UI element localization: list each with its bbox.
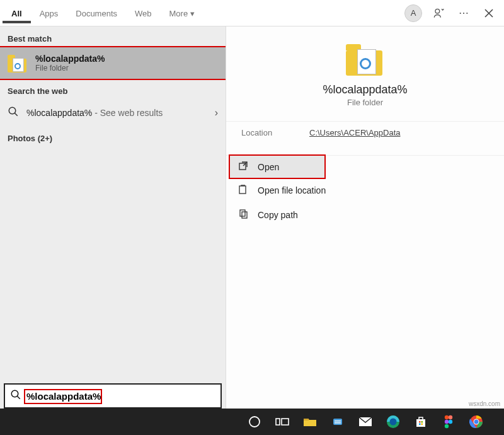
search-icon <box>10 389 21 403</box>
tab-apps[interactable]: Apps <box>31 3 67 23</box>
chrome-icon[interactable] <box>469 414 484 429</box>
web-result-item[interactable]: %localappdata% - See web results › <box>0 100 226 126</box>
cortana-icon[interactable] <box>247 414 262 429</box>
mail-icon[interactable] <box>358 414 373 429</box>
tab-all[interactable]: All <box>3 3 31 23</box>
action-open-location-label: Open file location <box>258 185 326 195</box>
chevron-down-icon: ▾ <box>190 9 195 18</box>
search-input[interactable] <box>26 391 215 402</box>
avatar-initial: A <box>404 4 422 22</box>
tab-more[interactable]: More ▾ <box>161 3 203 23</box>
web-result-suffix: - See web results <box>92 108 163 118</box>
best-match-heading: Best match <box>0 26 226 47</box>
svg-point-29 <box>445 420 449 424</box>
svg-rect-7 <box>240 210 245 216</box>
action-open-label: Open <box>258 162 279 172</box>
svg-rect-8 <box>242 212 247 218</box>
folder-outline-icon <box>238 184 249 196</box>
action-copy-path-label: Copy path <box>258 210 298 220</box>
svg-rect-22 <box>416 419 425 427</box>
feedback-icon[interactable] <box>427 2 450 25</box>
more-options-icon[interactable]: ⋯ <box>452 2 475 25</box>
search-icon <box>8 106 19 120</box>
svg-rect-12 <box>276 419 280 425</box>
preview-subtitle: File folder <box>226 98 504 107</box>
folder-icon <box>346 42 385 76</box>
svg-rect-17 <box>335 422 341 424</box>
edge-icon[interactable] <box>386 414 401 429</box>
store-icon[interactable] <box>413 414 428 429</box>
photos-heading[interactable]: Photos (2+) <box>0 126 226 147</box>
tab-documents[interactable]: Documents <box>67 3 126 23</box>
svg-point-30 <box>449 420 452 424</box>
svg-point-11 <box>249 417 260 427</box>
svg-rect-23 <box>419 421 421 423</box>
best-match-subtitle: File folder <box>35 64 105 72</box>
preview-panel: %localappdata% File folder Location C:\U… <box>226 26 504 435</box>
action-open[interactable]: Open <box>230 156 324 178</box>
svg-point-31 <box>445 424 449 428</box>
location-row: Location C:\Users\ACER\AppData <box>226 121 504 144</box>
svg-point-3 <box>9 107 16 114</box>
app-icon[interactable] <box>330 414 345 429</box>
best-match-title: %localappdata% <box>35 54 105 64</box>
copy-icon <box>238 209 249 221</box>
svg-point-34 <box>474 420 479 424</box>
web-result-text: %localappdata% <box>26 108 92 118</box>
action-open-file-location[interactable]: Open file location <box>226 178 504 202</box>
task-view-icon[interactable] <box>275 414 290 429</box>
chevron-right-icon[interactable]: › <box>215 107 218 119</box>
search-web-heading: Search the web <box>0 79 226 100</box>
open-icon <box>238 161 249 173</box>
svg-line-4 <box>14 113 18 116</box>
svg-rect-6 <box>239 186 246 194</box>
best-match-item[interactable]: %localappdata% File folder <box>0 47 226 79</box>
search-scope-tabs: All Apps Documents Web More ▾ A ⋯ <box>0 0 504 26</box>
preview-title: %localappdata% <box>226 83 504 96</box>
svg-rect-25 <box>419 424 421 426</box>
search-bar[interactable] <box>4 383 222 409</box>
svg-point-28 <box>449 415 452 419</box>
folder-icon <box>8 54 28 72</box>
svg-rect-14 <box>304 419 309 420</box>
svg-rect-15 <box>333 419 342 425</box>
close-icon[interactable] <box>478 2 500 25</box>
file-explorer-icon[interactable] <box>302 414 318 429</box>
action-copy-path[interactable]: Copy path <box>226 202 504 227</box>
svg-point-27 <box>445 415 449 419</box>
svg-point-0 <box>435 9 440 13</box>
svg-rect-26 <box>421 424 423 426</box>
location-value[interactable]: C:\Users\ACER\AppData <box>309 128 401 137</box>
figma-icon[interactable] <box>441 414 456 429</box>
svg-rect-13 <box>282 419 289 425</box>
svg-line-10 <box>17 396 20 399</box>
svg-point-9 <box>11 390 18 397</box>
svg-rect-24 <box>421 421 423 423</box>
location-label: Location <box>241 128 309 137</box>
svg-point-21 <box>390 419 397 426</box>
account-avatar[interactable]: A <box>402 2 425 25</box>
watermark: wsxdn.com <box>469 400 500 407</box>
tab-web[interactable]: Web <box>126 3 161 23</box>
results-panel: Best match %localappdata% File folder Se… <box>0 26 226 435</box>
taskbar <box>0 409 504 435</box>
svg-rect-16 <box>335 420 341 422</box>
